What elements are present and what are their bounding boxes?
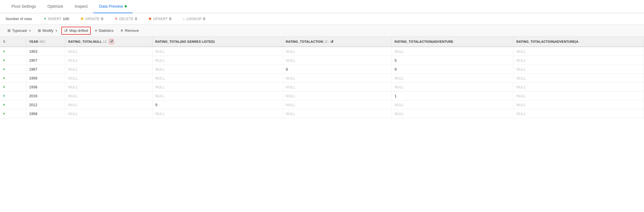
update-stat: ✱ UPDATE 0: [80, 17, 103, 21]
cell-rating-totalnull: NULL: [65, 47, 152, 56]
upsert-stat: ✱ UPSERT 0: [148, 17, 171, 21]
cell-rating-totalnull: NULL: [65, 74, 152, 83]
cell-rating-totalaction: NULL: [283, 56, 392, 65]
cell-rating-totalaction-adventure: 1: [392, 92, 513, 100]
row-add-icon[interactable]: +: [0, 83, 26, 92]
row-add-icon[interactable]: +: [0, 109, 26, 118]
data-preview-dot: [125, 5, 127, 7]
cell-rating-totalaction-adventure-a: NULL: [513, 56, 644, 65]
cell-rating-totalaction-adventure-a: NULL: [513, 100, 644, 109]
typecast-button[interactable]: ⊞ Typecast ∨: [5, 27, 34, 34]
table-row: +1958NULLNULLNULLNULLNULL: [0, 109, 644, 118]
cell-rating-total-no-genres: NULL: [152, 74, 283, 83]
upsert-icon: ✱: [148, 17, 152, 21]
cell-rating-total-no-genres: NULL: [152, 83, 283, 92]
add-row-icon[interactable]: +: [3, 76, 5, 80]
map-drifted-col-icon[interactable]: ↺: [109, 39, 114, 44]
cell-year: 1987: [26, 65, 65, 74]
cell-rating-totalaction-adventure: 9: [392, 65, 513, 74]
cell-year: 2016: [26, 92, 65, 100]
cell-year: 1956: [26, 74, 65, 83]
remove-button[interactable]: ✕ Remove: [117, 27, 142, 34]
delete-stat: ✕ DELETE 0: [115, 17, 137, 21]
cell-rating-totalaction-adventure: NULL: [392, 74, 513, 83]
cell-rating-totalnull: NULL: [65, 100, 152, 109]
cell-rating-totalnull: NULL: [65, 92, 152, 100]
add-row-icon[interactable]: +: [3, 67, 5, 71]
cell-year: 1936: [26, 83, 65, 92]
sort-all-icon[interactable]: ⇅: [3, 40, 5, 43]
tab-pivot-settings[interactable]: Pivot Settings: [6, 0, 42, 13]
insert-icon: ✦: [44, 17, 47, 21]
row-add-icon[interactable]: +: [0, 100, 26, 109]
cell-year: 1957: [26, 56, 65, 65]
remove-icon: ✕: [120, 28, 123, 33]
map-drifted-col2-icon[interactable]: ↺: [330, 40, 333, 44]
cell-rating-total-no-genres: 9: [152, 100, 283, 109]
statistics-icon: ≡: [95, 28, 97, 33]
data-table: ⇅ YEAR abc RATING_TOTALNULL 12↓ ↺: [0, 37, 644, 118]
row-add-icon[interactable]: +: [0, 56, 26, 65]
cell-rating-totalnull: NULL: [65, 109, 152, 118]
th-rating-totalaction-adventure-a[interactable]: RATING_TOTALACTION|ADVENTURE|A: [513, 37, 644, 47]
cell-year: 1958: [26, 109, 65, 118]
add-row-icon[interactable]: +: [3, 111, 5, 116]
table-row: +1987NULLNULL89NULL: [0, 65, 644, 74]
cell-rating-totalaction-adventure-a: NULL: [513, 74, 644, 83]
cell-rating-total-no-genres: NULL: [152, 109, 283, 118]
cell-rating-totalaction: NULL: [283, 47, 392, 56]
cell-rating-totalaction-adventure: NULL: [392, 100, 513, 109]
cell-rating-totalaction-adventure: NULL: [392, 109, 513, 118]
table-row: +1957NULLNULLNULL5NULL: [0, 56, 644, 65]
cell-rating-totalaction-adventure-a: NULL: [513, 92, 644, 100]
row-add-icon[interactable]: +: [0, 74, 26, 83]
table-row: +1956NULLNULLNULLNULLNULL: [0, 74, 644, 83]
tab-inspect[interactable]: Inspect: [69, 0, 93, 13]
typecast-icon: ⊞: [7, 28, 11, 33]
cell-year: 1953: [26, 47, 65, 56]
cell-year: 2012: [26, 100, 65, 109]
row-add-icon[interactable]: +: [0, 65, 26, 74]
row-add-icon[interactable]: +: [0, 92, 26, 100]
th-rating-totalaction[interactable]: RATING_TOTALACTION 12↓ ↺: [283, 37, 392, 47]
modify-icon: ⊞: [38, 28, 41, 33]
add-row-icon[interactable]: +: [3, 49, 5, 54]
lookup-stat: ⌕ LOOKUP 0: [183, 17, 205, 21]
cell-rating-total-no-genres: NULL: [152, 65, 283, 74]
cell-rating-totalaction-adventure: NULL: [392, 47, 513, 56]
th-row-action: ⇅: [0, 37, 26, 47]
delete-icon: ✕: [115, 17, 118, 21]
add-row-icon[interactable]: +: [3, 58, 5, 63]
cell-rating-totalaction-adventure-a: NULL: [513, 47, 644, 56]
th-year[interactable]: YEAR abc: [26, 37, 65, 47]
cell-rating-total-no-genres: NULL: [152, 47, 283, 56]
add-row-icon[interactable]: +: [3, 94, 5, 98]
update-icon: ✱: [80, 17, 84, 21]
cell-rating-totalaction: 8: [283, 65, 392, 74]
tab-data-preview[interactable]: Data Preview: [93, 0, 133, 13]
tab-optimize[interactable]: Optimize: [42, 0, 69, 13]
modify-button[interactable]: ⊞ Modify ∨: [35, 27, 60, 34]
cell-rating-totalnull: NULL: [65, 56, 152, 65]
tab-bar: Pivot Settings Optimize Inspect Data Pre…: [0, 0, 644, 13]
cell-rating-totalnull: NULL: [65, 65, 152, 74]
cell-rating-totalaction: NULL: [283, 92, 392, 100]
cell-rating-totalaction-adventure: 5: [392, 56, 513, 65]
add-row-icon[interactable]: +: [3, 85, 5, 89]
lookup-icon: ⌕: [183, 17, 185, 21]
cell-rating-totalaction-adventure-a: NULL: [513, 65, 644, 74]
table-row: +1936NULLNULLNULLNULLNULL: [0, 83, 644, 92]
statistics-button[interactable]: ≡ Statistics: [92, 27, 116, 34]
modify-chevron-icon: ∨: [55, 29, 57, 32]
data-table-container: ⇅ YEAR abc RATING_TOTALNULL 12↓ ↺: [0, 37, 644, 212]
add-row-icon[interactable]: +: [3, 102, 5, 107]
table-row: +1953NULLNULLNULLNULLNULL: [0, 47, 644, 56]
th-rating-totalaction-adventure[interactable]: RATING_TOTALACTION|ADVENTURE: [392, 37, 513, 47]
th-rating-total-no-genres[interactable]: RATING_TOTAL(NO GENRES LISTED): [152, 37, 283, 47]
row-add-icon[interactable]: +: [0, 47, 26, 56]
map-drifted-button[interactable]: ↺ Map drifted: [61, 27, 91, 35]
cell-rating-totalnull: NULL: [65, 83, 152, 92]
cell-rating-total-no-genres: NULL: [152, 56, 283, 65]
cell-rating-totalaction-adventure-a: NULL: [513, 83, 644, 92]
th-rating-totalnull[interactable]: RATING_TOTALNULL 12↓ ↺: [65, 37, 152, 47]
